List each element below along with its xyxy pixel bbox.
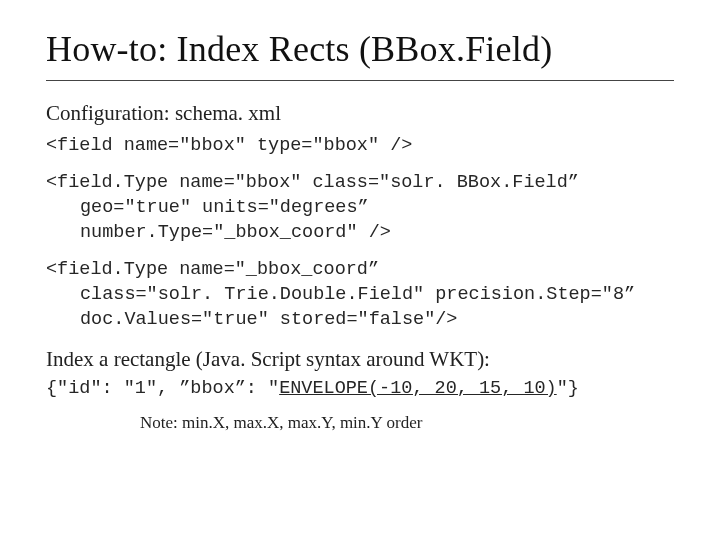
code-line: <field.Type name="bbox" class="solr. BBo…	[46, 172, 579, 193]
page-title: How-to: Index Rects (BBox.Field)	[46, 28, 674, 81]
index-heading: Index a rectangle (Java. Script syntax a…	[46, 347, 674, 372]
wkt-post: "}	[557, 378, 579, 399]
code-block-fieldtype-coord: <field.Type name="_bbox_coord” class="so…	[46, 258, 674, 333]
code-line: <field.Type name="_bbox_coord”	[46, 259, 379, 280]
code-line: number.Type="_bbox_coord" />	[46, 221, 674, 246]
note-text: Note: min.X, max.X, max.Y, min.Y order	[140, 413, 674, 433]
code-line: class="solr. Trie.Double.Field" precisio…	[46, 283, 674, 308]
code-line: geo="true" units="degrees”	[46, 196, 674, 221]
code-line: doc.Values="true" stored="false"/>	[46, 308, 674, 333]
wkt-pre: {"id": "1", ”bbox”: "	[46, 378, 279, 399]
config-heading: Configuration: schema. xml	[46, 101, 674, 126]
wkt-envelope: ENVELOPE(-10, 20, 15, 10)	[279, 378, 557, 399]
code-block-fieldtype-bbox: <field.Type name="bbox" class="solr. BBo…	[46, 171, 674, 246]
code-block-field: <field name="bbox" type="bbox" />	[46, 134, 674, 159]
code-block-wkt: {"id": "1", ”bbox”: "ENVELOPE(-10, 20, 1…	[46, 378, 674, 399]
